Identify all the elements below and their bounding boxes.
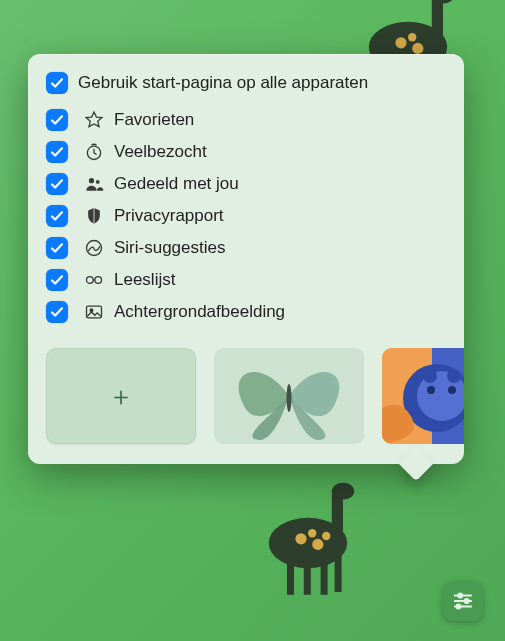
clock-icon (84, 142, 104, 162)
option-siri-suggestions[interactable]: Siri-suggesties (46, 232, 446, 264)
checkbox[interactable] (46, 205, 68, 227)
giraffe-decoration (245, 466, 385, 606)
background-thumbnails: ＋ (28, 334, 464, 464)
option-label: Leeslijst (114, 270, 175, 290)
people-icon (84, 174, 104, 194)
checkbox[interactable] (46, 269, 68, 291)
svg-point-8 (412, 43, 423, 54)
svg-point-42 (458, 593, 462, 597)
svg-point-30 (287, 384, 292, 412)
option-label: Gedeeld met jou (114, 174, 239, 194)
checkbox[interactable] (46, 109, 68, 131)
option-shared-with-you[interactable]: Gedeeld met jou (46, 168, 446, 200)
option-frequently-visited[interactable]: Veelbezocht (46, 136, 446, 168)
option-label: Favorieten (114, 110, 194, 130)
svg-rect-11 (287, 553, 294, 595)
svg-point-20 (322, 532, 330, 540)
svg-point-7 (395, 37, 406, 48)
siri-icon (84, 238, 104, 258)
shield-icon (84, 206, 104, 226)
option-privacy-report[interactable]: Privacyrapport (46, 200, 446, 232)
svg-point-38 (447, 369, 461, 383)
svg-point-17 (295, 533, 306, 544)
svg-point-19 (308, 529, 316, 537)
checkbox[interactable] (46, 301, 68, 323)
plus-icon: ＋ (108, 379, 134, 414)
sliders-icon (452, 590, 474, 612)
svg-rect-15 (332, 494, 343, 543)
svg-point-22 (89, 178, 94, 183)
background-thumbnail[interactable] (382, 348, 464, 444)
checkbox[interactable] (46, 141, 68, 163)
option-label: Siri-suggesties (114, 238, 226, 258)
checkbox[interactable] (46, 72, 68, 94)
svg-point-16 (332, 483, 354, 500)
svg-point-37 (423, 369, 437, 383)
startpage-settings-popover: Gebruik start-pagina op alle apparaten F… (28, 54, 464, 464)
glasses-icon (84, 270, 104, 290)
svg-rect-5 (432, 0, 443, 47)
svg-rect-12 (304, 556, 311, 595)
svg-rect-13 (321, 553, 328, 595)
svg-rect-14 (335, 550, 342, 592)
svg-point-23 (96, 180, 100, 184)
svg-point-44 (456, 604, 460, 608)
option-use-startpage-all-devices[interactable]: Gebruik start-pagina op alle apparaten (46, 68, 446, 104)
star-icon (84, 110, 104, 130)
svg-point-35 (427, 386, 435, 394)
svg-point-26 (95, 277, 102, 284)
option-label: Gebruik start-pagina op alle apparaten (78, 73, 368, 93)
svg-point-9 (408, 33, 416, 41)
option-favorites[interactable]: Favorieten (46, 104, 446, 136)
svg-point-36 (448, 386, 456, 394)
checkbox[interactable] (46, 173, 68, 195)
option-label: Achtergrondafbeelding (114, 302, 285, 322)
svg-rect-27 (87, 306, 102, 318)
checkbox[interactable] (46, 237, 68, 259)
add-background-button[interactable]: ＋ (46, 348, 196, 444)
option-reading-list[interactable]: Leeslijst (46, 264, 446, 296)
background-thumbnail[interactable] (214, 348, 364, 444)
svg-point-18 (312, 539, 323, 550)
image-icon (84, 302, 104, 322)
option-label: Veelbezocht (114, 142, 207, 162)
settings-toggle-button[interactable] (443, 581, 483, 621)
option-background-image[interactable]: Achtergrondafbeelding (46, 296, 446, 328)
option-label: Privacyrapport (114, 206, 224, 226)
options-list: Gebruik start-pagina op alle apparaten F… (28, 68, 464, 334)
svg-point-43 (465, 599, 469, 603)
svg-point-25 (87, 277, 94, 284)
